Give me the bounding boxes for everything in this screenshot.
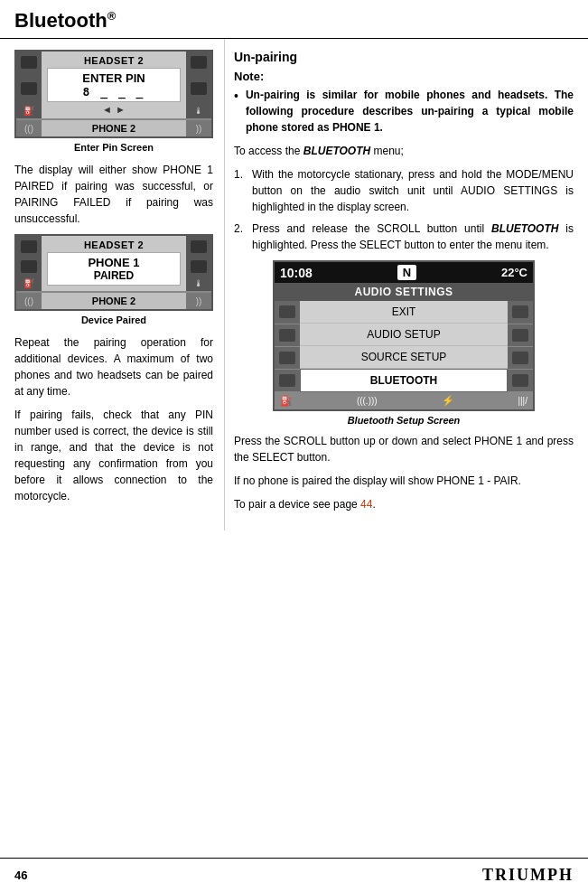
paired-label: PAIRED: [53, 269, 174, 282]
screen1-caption: Enter Pin Screen: [14, 142, 213, 153]
step-2: 2. Press and release the SCROLL button u…: [234, 221, 574, 253]
triumph-logo-text: TRIUMPH: [482, 866, 574, 884]
phone1-paired-box: PHONE 1 PAIRED: [47, 252, 181, 286]
bluetooth-italic-intro: BLUETOOTH: [303, 145, 370, 157]
screen1-center: HEADSET 2 ENTER PIN 8 _ _ _ ◄ ►: [42, 52, 186, 118]
left-para2: Repeat the pairing operation for additio…: [14, 334, 213, 399]
s2-side-btn-1: [21, 240, 37, 253]
fuel-icon: ⛽: [23, 106, 34, 116]
step2-num: 2.: [234, 221, 247, 237]
page-title: Bluetooth®: [14, 9, 574, 33]
menu-item-bluetooth: BLUETOOTH: [300, 369, 508, 392]
screen1-title: HEADSET 2: [43, 55, 184, 66]
menu-item-source-setup: SOURCE SETUP: [300, 346, 508, 369]
temp-icon: 🌡: [194, 106, 203, 116]
enter-pin-screen: ⛽ HEADSET 2 ENTER PIN 8 _ _ _ ◄ ►: [14, 50, 213, 138]
bullet-item: • Un-pairing is similar for mobile phone…: [234, 87, 574, 136]
left-para1: The display will either show PHONE 1 PAI…: [14, 162, 213, 227]
s2-side-btn-4: [191, 260, 207, 273]
phone-label-bottom: PHONE 2: [42, 120, 186, 136]
ads-right-buttons: [508, 301, 533, 392]
ads-fuel-icon: ⛽: [280, 395, 293, 407]
menu-item-audio-setup: AUDIO SETUP: [300, 324, 508, 346]
ads-time: 10:08: [280, 266, 313, 280]
ads-left-btn-3: [275, 347, 300, 370]
s2-signal-right: )): [196, 296, 202, 306]
side-btn-2: [21, 82, 37, 95]
bluetooth-italic-step2: BLUETOOTH: [491, 222, 558, 235]
step2-text: Press and release the SCROLL button unti…: [252, 221, 574, 253]
s2-fuel-icon: ⛽: [23, 278, 34, 288]
page-number: 46: [14, 869, 27, 882]
ads-left-buttons: [275, 301, 300, 392]
left-side-buttons: ⛽: [16, 52, 42, 118]
right-side-buttons: 🌡: [186, 52, 211, 118]
enter-pin-box: ENTER PIN 8 _ _ _: [47, 68, 181, 102]
screen2-caption: Device Paired: [14, 315, 213, 325]
ads-top-bar: 10:08 N 22°C: [275, 262, 533, 283]
right-para1: Press the SCROLL button up or down and s…: [234, 433, 574, 465]
side-btn-4: [191, 82, 207, 95]
arrow-right: ►: [116, 104, 126, 115]
page-link[interactable]: 44: [360, 498, 372, 511]
arrow-left: ◄: [102, 104, 112, 115]
bullet-text: Un-pairing is similar for mobile phones …: [246, 87, 574, 136]
ads-menu-area: EXIT AUDIO SETUP SOURCE SETUP BLUETOOTH: [275, 301, 533, 392]
ads-right-btn-4: [508, 370, 533, 392]
audio-device-screen: 10:08 N 22°C AUDIO SETTINGS: [273, 260, 535, 411]
left-para3: If pairing fails, check that any PIN num…: [14, 407, 213, 504]
screen1-bottom: (() PHONE 2 )): [16, 119, 211, 136]
phone1-bold: PHONE 1.: [332, 121, 383, 134]
step-1: 1. With the motorcycle stationary, press…: [234, 166, 574, 215]
ads-signal-right: |||/: [518, 396, 527, 406]
section-title: Un-pairing: [234, 50, 574, 64]
device-paired-screen: ⛽ HEADSET 2 PHONE 1 PAIRED 🌡: [14, 234, 213, 311]
ads-neutral: N: [397, 265, 416, 280]
ads-temp: 22°C: [501, 266, 527, 279]
screen2-phone2-label: PHONE 2: [43, 296, 184, 306]
bullet-dot: •: [234, 87, 238, 106]
ads-signal-left: (((.))): [357, 396, 378, 406]
side-btn-1: [21, 56, 37, 69]
pin-arrows: ◄ ►: [43, 104, 184, 115]
ads-title-bar: AUDIO SETTINGS: [275, 283, 533, 301]
audio-screen-caption: Bluetooth Setup Screen: [234, 415, 574, 426]
ads-right-btn-1: [508, 301, 533, 324]
intro-paragraph: To access the BLUETOOTH menu;: [234, 143, 574, 159]
audio-screen-wrapper: 10:08 N 22°C AUDIO SETTINGS: [234, 260, 574, 411]
right-para3: To pair a device see page 44.: [234, 496, 574, 512]
side-btn-3: [191, 56, 207, 69]
setup-screen-label: Setup Screen: [397, 415, 460, 426]
signal-left-icon: ((): [24, 124, 33, 134]
ads-right-btn-3: [508, 347, 533, 370]
screen2-left-btns: ⛽: [16, 236, 42, 291]
note-label: Note:: [234, 70, 574, 83]
screen2-right-btns: 🌡: [186, 236, 211, 291]
s2-signal-left: ((): [24, 296, 33, 306]
ads-bottom-bar: ⛽ (((.))) ⚡ |||/: [275, 392, 533, 409]
right-column: Un-pairing Note: • Un-pairing is similar…: [224, 39, 588, 531]
step1-num: 1.: [234, 166, 247, 183]
ads-left-btn-4: [275, 370, 300, 392]
screen2-center: HEADSET 2 PHONE 1 PAIRED: [42, 236, 186, 291]
s2-temp-icon: 🌡: [194, 278, 203, 288]
triumph-logo: TRIUMPH: [482, 866, 574, 885]
phone2-label: PHONE 2: [43, 123, 184, 134]
menu-item-exit: EXIT: [300, 301, 508, 324]
s2-side-btn-2: [21, 260, 37, 273]
screen2-phone-bottom: PHONE 2: [42, 293, 186, 309]
right-para2: If no phone is paired the display will s…: [234, 473, 574, 489]
ads-left-btn-2: [275, 324, 300, 347]
left-column: ⛽ HEADSET 2 ENTER PIN 8 _ _ _ ◄ ►: [0, 39, 224, 531]
s2-side-btn-3: [191, 240, 207, 253]
pin-value: 8 _ _ _: [53, 85, 174, 99]
signal-right-icon: )): [196, 124, 202, 134]
ads-menu-items: EXIT AUDIO SETUP SOURCE SETUP BLUETOOTH: [300, 301, 508, 392]
screen2-bottom: (() PHONE 2 )): [16, 292, 211, 309]
page-header: Bluetooth®: [0, 0, 588, 39]
bluetooth-italic-caption: Bluetooth: [348, 415, 394, 426]
step1-text: With the motorcycle stationary, press an…: [252, 166, 574, 215]
screen2-title: HEADSET 2: [43, 239, 184, 250]
ads-right-btn-2: [508, 324, 533, 347]
phone1-label: PHONE 1: [53, 256, 174, 269]
